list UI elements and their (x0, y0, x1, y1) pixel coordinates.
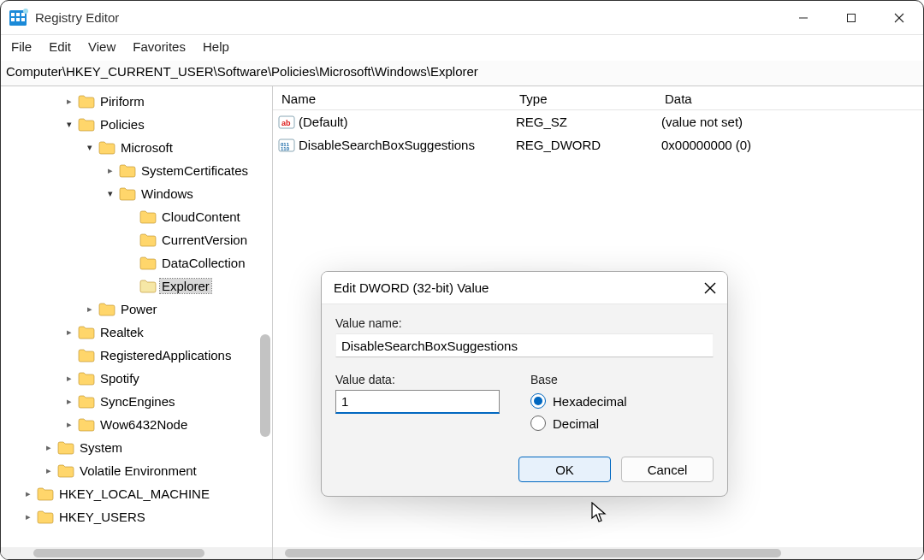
window-title: Registry Editor (35, 10, 119, 25)
tree-item-hkey-local-machine[interactable]: ▸HKEY_LOCAL_MACHINE (1, 482, 272, 505)
tree-scrollbar-horizontal[interactable] (1, 547, 272, 559)
tree-item-label: Spotify (98, 371, 141, 386)
chevron-down-icon[interactable]: ▾ (104, 188, 117, 199)
chevron-right-icon[interactable]: ▸ (104, 165, 117, 176)
menu-file[interactable]: File (11, 39, 32, 54)
minimize-button[interactable] (779, 1, 827, 35)
content-area: ▸Piriform▾Policies▾Microsoft▸SystemCerti… (1, 86, 923, 559)
folder-icon (78, 349, 95, 363)
tree-item-explorer[interactable]: ▸Explorer (1, 274, 272, 298)
chevron-right-icon[interactable]: ▸ (21, 488, 35, 499)
col-header-type[interactable]: Type (511, 90, 656, 109)
chevron-right-icon[interactable]: ▸ (62, 419, 76, 430)
tree-hscroll-thumb[interactable] (33, 549, 204, 557)
tree-item-registeredapplications[interactable]: ▸RegisteredApplications (1, 344, 272, 367)
tree-item-label: Explorer (160, 279, 211, 293)
folder-icon (78, 118, 95, 132)
tree-item-microsoft[interactable]: ▾Microsoft (1, 136, 272, 159)
svg-rect-2 (16, 13, 20, 16)
tree-item-piriform[interactable]: ▸Piriform (1, 90, 272, 113)
chevron-right-icon[interactable]: ▸ (62, 396, 76, 407)
tree-item-label: Windows (139, 186, 195, 201)
reg-string-icon: ab (278, 114, 295, 131)
chevron-down-icon[interactable]: ▾ (62, 119, 76, 130)
tree-item-datacollection[interactable]: ▸DataCollection (1, 251, 272, 274)
close-button[interactable] (875, 1, 923, 35)
menu-help[interactable]: Help (203, 39, 229, 54)
tree-item-realtek[interactable]: ▸Realtek (1, 321, 272, 344)
tree-item-label: CurrentVersion (160, 233, 249, 247)
col-header-name[interactable]: Name (273, 90, 511, 109)
tree-scrollbar-vertical[interactable] (260, 334, 270, 437)
tree-item-currentversion[interactable]: ▸CurrentVersion (1, 228, 272, 251)
folder-icon (37, 487, 54, 501)
tree-item-label: CloudContent (160, 209, 242, 224)
folder-icon (139, 233, 157, 247)
tree-item-system[interactable]: ▸System (1, 436, 272, 459)
ok-button[interactable]: OK (518, 457, 611, 482)
tree-item-volatile-environment[interactable]: ▸Volatile Environment (1, 459, 272, 482)
folder-icon (78, 372, 95, 386)
chevron-right-icon[interactable]: ▸ (62, 327, 76, 338)
radio-decimal[interactable]: Decimal (530, 412, 714, 434)
tree-item-spotify[interactable]: ▸Spotify (1, 367, 272, 390)
tree-item-hkey-users[interactable]: ▸HKEY_USERS (1, 505, 272, 528)
values-scrollbar-horizontal[interactable] (273, 547, 923, 559)
radio-hexadecimal[interactable]: Hexadecimal (530, 390, 714, 412)
folder-icon (139, 280, 157, 293)
cancel-button[interactable]: Cancel (621, 457, 714, 482)
address-bar[interactable]: Computer\HKEY_CURRENT_USER\Software\Poli… (1, 61, 923, 86)
window-controls (779, 1, 923, 35)
svg-text:ab: ab (281, 119, 291, 127)
values-hscroll-thumb[interactable] (285, 549, 781, 557)
menu-edit[interactable]: Edit (49, 39, 71, 54)
menubar: File Edit View Favorites Help (1, 35, 923, 61)
chevron-right-icon[interactable]: ▸ (21, 511, 35, 522)
value-row[interactable]: 011110DisableSearchBoxSuggestionsREG_DWO… (273, 133, 923, 156)
svg-rect-4 (11, 18, 15, 21)
svg-rect-3 (21, 13, 25, 16)
folder-icon (57, 441, 74, 455)
dialog-title-text: Edit DWORD (32-bit) Value (334, 280, 489, 295)
tree-item-label: Power (119, 302, 159, 316)
tree-item-policies[interactable]: ▾Policies (1, 113, 272, 136)
dialog-close-button[interactable] (702, 280, 719, 297)
folder-icon (119, 187, 136, 201)
value-type: REG_SZ (511, 115, 656, 129)
chevron-right-icon[interactable]: ▸ (42, 442, 56, 453)
chevron-right-icon[interactable]: ▸ (62, 373, 76, 384)
chevron-down-icon[interactable]: ▾ (83, 142, 97, 153)
svg-rect-1 (11, 13, 15, 16)
edit-dword-dialog: Edit DWORD (32-bit) Value Value name: Va… (321, 271, 728, 497)
chevron-right-icon[interactable]: ▸ (83, 304, 97, 315)
value-name-input[interactable] (335, 333, 714, 357)
folder-icon (139, 210, 157, 224)
tree-body[interactable]: ▸Piriform▾Policies▾Microsoft▸SystemCerti… (1, 86, 272, 547)
chevron-right-icon[interactable]: ▸ (42, 465, 56, 476)
radio-dec-label: Decimal (553, 416, 599, 431)
regedit-icon (9, 9, 28, 27)
tree-item-power[interactable]: ▸Power (1, 298, 272, 321)
tree-item-cloudcontent[interactable]: ▸CloudContent (1, 205, 272, 228)
folder-icon (37, 510, 54, 524)
tree-item-windows[interactable]: ▾Windows (1, 182, 272, 205)
base-label: Base (530, 373, 714, 386)
registry-editor-window: Registry Editor File Edit View Favorites… (0, 0, 924, 560)
tree-item-systemcertificates[interactable]: ▸SystemCertificates (1, 159, 272, 182)
tree-item-wow6432node[interactable]: ▸Wow6432Node (1, 413, 272, 436)
tree-item-label: Microsoft (119, 140, 175, 155)
tree-item-syncengines[interactable]: ▸SyncEngines (1, 390, 272, 413)
tree-item-label: Volatile Environment (78, 463, 198, 478)
tree-item-label: Realtek (98, 325, 145, 339)
svg-rect-6 (21, 18, 25, 21)
menu-favorites[interactable]: Favorites (133, 39, 186, 54)
maximize-button[interactable] (827, 1, 875, 35)
chevron-right-icon[interactable]: ▸ (62, 96, 76, 107)
folder-icon (119, 164, 136, 178)
radio-dec-indicator (530, 416, 546, 431)
col-header-data[interactable]: Data (656, 90, 923, 109)
tree-item-label: RegisteredApplications (98, 348, 233, 363)
value-data-input[interactable] (335, 390, 500, 414)
menu-view[interactable]: View (88, 39, 116, 54)
value-row[interactable]: ab(Default)REG_SZ(value not set) (273, 110, 923, 133)
